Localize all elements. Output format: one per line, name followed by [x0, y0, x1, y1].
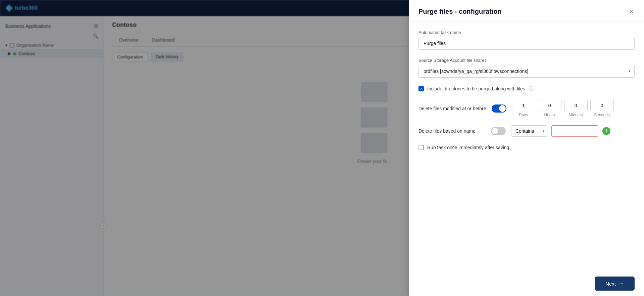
time-inputs: Days Hours Minutes Seconds	[512, 100, 614, 117]
seconds-input[interactable]	[590, 100, 614, 111]
delete-by-name-row: Delete files based on name Contains Star…	[418, 125, 635, 137]
minutes-input[interactable]	[564, 100, 588, 111]
hours-input-wrap: Hours	[538, 100, 561, 117]
toggle-thumb-on	[499, 105, 506, 112]
hours-input[interactable]	[538, 100, 561, 111]
delete-modified-toggle[interactable]	[492, 104, 506, 113]
filter-type-select[interactable]: Contains Starts with Ends with Equals	[511, 125, 547, 137]
modal-footer: Next →	[409, 271, 644, 296]
days-input-wrap: Days	[512, 100, 535, 117]
include-directories-row: ✓ Include directories to be purged along…	[418, 86, 635, 92]
task-name-label: Automated task name	[418, 30, 635, 35]
hours-label: Hours	[544, 113, 555, 117]
delete-modified-label: Delete files modified at or before	[418, 106, 486, 111]
name-filter-row: Contains Starts with Ends with Equals ▾ …	[511, 125, 610, 137]
days-input[interactable]	[512, 100, 535, 111]
run-once-label: Run task once immediately after saving	[427, 145, 509, 150]
modal-panel: Purge files - configuration × Automated …	[409, 0, 644, 296]
toggle-thumb-off	[492, 128, 498, 134]
minutes-label: Minutes	[569, 113, 583, 117]
task-name-group: Automated task name	[418, 30, 635, 50]
next-arrow-icon: →	[618, 281, 624, 287]
include-directories-label: Include directories to be purged along w…	[427, 86, 525, 91]
run-once-checkbox[interactable]	[418, 145, 424, 150]
checkmark-icon: ✓	[420, 87, 423, 91]
filter-add-button[interactable]: +	[602, 127, 610, 135]
next-button-label: Next	[605, 281, 616, 287]
seconds-label: Seconds	[594, 113, 610, 117]
filter-select-wrap: Contains Starts with Ends with Equals ▾	[511, 125, 547, 137]
source-storage-group: Source Storage Account file shares prdfi…	[418, 58, 635, 78]
modal-header: Purge files - configuration ×	[409, 0, 644, 22]
modal-close-button[interactable]: ×	[628, 7, 635, 16]
next-button[interactable]: Next →	[595, 277, 635, 291]
modal-body: Automated task name Source Storage Accou…	[409, 22, 644, 271]
include-directories-checkbox[interactable]: ✓	[418, 86, 424, 91]
delete-by-name-toggle[interactable]	[491, 127, 506, 135]
source-select-wrapper: prdfiles [sowndarya_qa_rg/sl360flowsconn…	[418, 65, 635, 78]
seconds-input-wrap: Seconds	[590, 100, 614, 117]
filter-text-input[interactable]	[551, 125, 598, 137]
source-storage-label: Source Storage Account file shares	[418, 58, 635, 63]
run-once-row: Run task once immediately after saving	[418, 145, 635, 150]
source-storage-select[interactable]: prdfiles [sowndarya_qa_rg/sl360flowsconn…	[418, 65, 635, 78]
minutes-input-wrap: Minutes	[564, 100, 588, 117]
delete-modified-row: Delete files modified at or before Days …	[418, 100, 635, 117]
info-icon[interactable]: ⓘ	[529, 86, 533, 92]
delete-by-name-label: Delete files based on name	[418, 128, 486, 134]
modal-title: Purge files - configuration	[418, 8, 502, 15]
days-label: Days	[519, 113, 528, 117]
task-name-input[interactable]	[418, 37, 635, 50]
